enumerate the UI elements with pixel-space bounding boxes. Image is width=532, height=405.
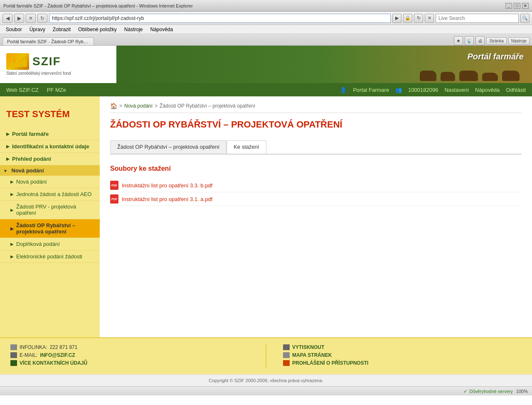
browser-tab-main[interactable]: Portál farmáře SZIF - Žádosti OP Rybářst… [2,37,94,45]
menu-zobrazit[interactable]: Zobrazit [49,26,74,33]
title-buttons: _ □ ✕ [505,3,529,9]
nav-person-icon: 👥 [395,87,402,93]
nav-nastaveni[interactable]: Nastavení [444,87,469,93]
cattle-silhouettes [420,71,520,81]
cattle-4 [482,73,498,81]
back-button[interactable]: ◀ [2,14,12,23]
sidebar-sub-elektronicke[interactable]: Elektronické podání žádosti [0,250,100,263]
status-secure: ✓ Důvěryhodné servery [463,388,513,394]
sidebar-sub-label-4: Nová podání [16,179,47,185]
accessibility-icon [283,360,290,366]
tab-zadost-label: Žádost OP Rybářství – projektová opatřen… [117,144,219,150]
footer-vytisknout-link[interactable]: VYTISKNOUT [292,344,324,350]
forward-button[interactable]: ▶ [14,14,24,23]
maximize-button[interactable]: □ [514,3,520,9]
download-link-1[interactable]: Instruktážní list pro opatření 3.1. a.pd… [122,196,212,202]
sidebar-section-label: Nová podání [12,167,44,174]
print-icon[interactable]: 🖨 [475,36,485,45]
sidebar-sub-doplnkova[interactable]: Doplňková podání [0,238,100,250]
stop-button[interactable]: ✕ [26,14,36,23]
szif-logo: SZIF Státní zemědělský intervenční fond [6,53,71,76]
sidebar-sub-zadosti-prv[interactable]: Žádosti PRV - projektová opatření [0,201,100,219]
footer-right: VYTISKNOUT MAPA STRÁNEK PROHLÁŠENÍ O PŘÍ… [283,344,522,368]
content-tabs: Žádost OP Rybářství – projektová opatřen… [110,140,522,155]
breadcrumb-current: Žádosti OP Rybářství – projektová opatře… [160,103,255,109]
address-bar[interactable] [49,14,391,23]
footer-prohlaseni-link[interactable]: PROHLÁŠENÍ O PŘÍSTUPNOSTI [292,360,368,366]
sidebar-item-label-2: Přehled podání [12,156,51,162]
sidebar-sub-zadosti-op[interactable]: Žádosti OP Rybářství – projektová opatře… [0,219,100,238]
status-right: ✓ Důvěryhodné servery 100% [463,388,528,394]
sidebar-section-nova-podani[interactable]: Nová podání [0,165,100,176]
copyright-text: Copyright © SZIF 2000-2009, všechna práv… [209,378,323,383]
minimize-button[interactable]: _ [505,3,512,9]
footer-prohlaseni: PROHLÁŠENÍ O PŘÍSTUPNOSTI [283,360,522,366]
check-icon: ✓ [463,388,468,394]
phone-icon [10,344,17,350]
nav-web-szif[interactable]: Web SZIF.CZ [6,87,39,93]
downloads-title: Soubory ke stažení [110,165,522,172]
footer-mapa-link[interactable]: MAPA STRÁNEK [292,352,332,358]
status-secure-text: Důvěryhodné servery [469,389,513,394]
sidebar-item-prehled[interactable]: Přehled podání [0,153,100,165]
sidebar-sub-label-8: Doplňková podání [16,241,60,247]
close-button[interactable]: ✕ [522,3,529,9]
menu-soubor[interactable]: Soubor [2,26,25,33]
breadcrumb-nova-podani[interactable]: Nová podání [124,103,153,109]
search-button[interactable]: 🔍 [520,14,530,23]
logo-top: SZIF [6,53,71,70]
go-button[interactable]: ▶ [392,14,401,23]
szif-subtitle: Státní zemědělský intervenční fond [6,71,71,76]
nav-right: 👤 Portal Farmare 👥 1000182096 Nastavení … [340,87,526,93]
nav-napoveda[interactable]: Nápověda [475,87,500,93]
page-title: ŽÁDOSTI OP RYBÁŘSTVÍ – PROJEKTOVÁ OPATŘE… [110,119,522,132]
refresh-nav-button[interactable]: ↻ [414,14,423,23]
lock-icon: 🔒 [403,14,412,23]
stranka-button[interactable]: Stránka [486,37,506,44]
header-green-area: Portál farmáře [116,46,532,83]
footer-vice-link[interactable]: VÍCE KONTAKTNÍCH ÚDAJŮ [20,360,87,366]
breadcrumb-separator-1: > [119,103,122,109]
pdf-icon-1: PDF [110,194,118,204]
nav-portal-farmare[interactable]: Portal Farmare [353,87,389,93]
nastroje-button[interactable]: Nástroje [508,37,530,44]
logo-icon [6,53,29,70]
sidebar-sub-jednotna-zadost[interactable]: Jednotná žádost a žádosti AEO [0,188,100,201]
copyright-bar: Copyright © SZIF 2000-2009, všechna práv… [0,374,532,386]
browser-nav-bar: ◀ ▶ ✕ ↻ ▶ 🔒 ↻ ✕ 🔍 [0,12,532,25]
download-link-0[interactable]: Instruktážní list pro opatření 3.3. b.pd… [122,182,212,189]
site-nav: Web SZIF.CZ PF MZe 👤 Portal Farmare 👥 10… [0,83,532,96]
tab-zadost[interactable]: Žádost OP Rybářství – projektová opatřen… [110,140,227,154]
feeds-icon[interactable]: 📡 [465,36,474,45]
footer-email: E-MAIL: INFO@SZIF.CZ [10,352,249,358]
main-layout: TEST SYSTÉM Portál farmáře Identifikační… [0,96,532,337]
refresh-button[interactable]: ↻ [37,14,47,23]
tab-ke-stazeni-label: Ke stažení [234,144,259,150]
browser-title-text: Portál farmáře SZIF - Žádosti OP Rybářst… [3,3,193,8]
menu-nastroje[interactable]: Nástroje [121,26,146,33]
cattle-2 [441,72,455,81]
nav-portal-farmare-icon: 👤 [340,87,347,93]
browser-title-bar: Portál farmáře SZIF - Žádosti OP Rybářst… [0,0,532,12]
sidebar-item-identifikacni[interactable]: Identifikační a kontaktní údaje [0,140,100,153]
menu-upravy[interactable]: Úpravy [26,26,49,33]
favorites-icon[interactable]: ★ [454,36,463,45]
nav-odhlasit[interactable]: Odhlásit [506,87,526,93]
search-input[interactable] [436,14,519,23]
breadcrumb-home-icon[interactable]: 🏠 [110,103,117,109]
nav-pf-mze[interactable]: PF MZe [47,87,66,93]
breadcrumb: 🏠 > Nová podání > Žádosti OP Rybářství –… [110,103,522,113]
footer-vice: VÍCE KONTAKTNÍCH ÚDAJŮ [10,360,249,366]
site-footer: INFOLINKA: 222 871 871 E-MAIL: INFO@SZIF… [0,337,532,374]
print-footer-icon [283,344,290,350]
sidebar-item-portal-farmare[interactable]: Portál farmáře [0,128,100,140]
tab-ke-stazeni[interactable]: Ke stažení [227,140,266,154]
stop-nav-button[interactable]: ✕ [425,14,434,23]
menu-napoveda[interactable]: Nápověda [147,26,177,33]
footer-inner: INFOLINKA: 222 871 871 E-MAIL: INFO@SZIF… [10,344,522,368]
sidebar-sub-nova-podani[interactable]: Nová podání [0,176,100,188]
menu-oblibene[interactable]: Oblíbené položky [75,26,120,33]
footer-email-link[interactable]: INFO@SZIF.CZ [40,352,75,358]
breadcrumb-separator-2: > [155,103,158,109]
footer-divider [266,344,266,368]
